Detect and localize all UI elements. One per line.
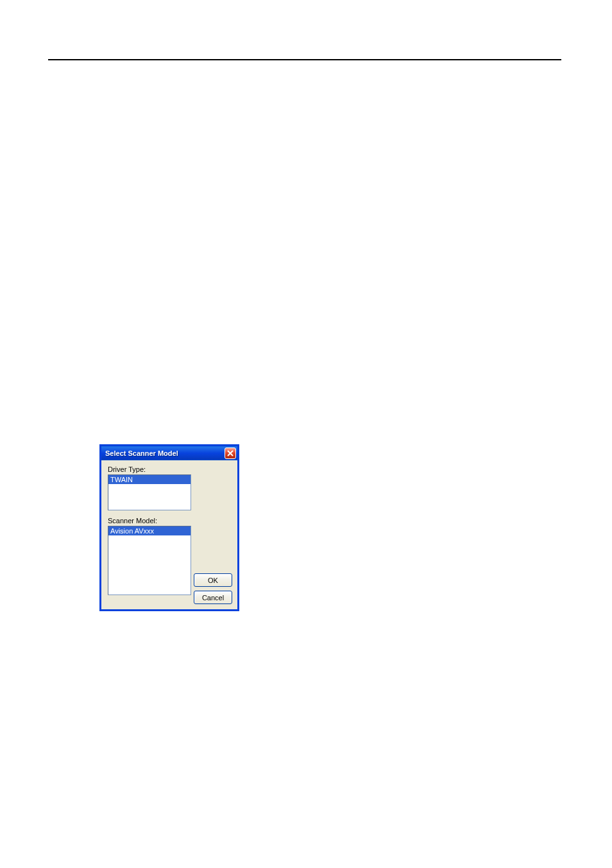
- close-icon: [227, 450, 234, 456]
- dialog-body: Driver Type: TWAIN Scanner Model: Avisio…: [101, 460, 237, 609]
- list-item[interactable]: TWAIN: [108, 475, 191, 484]
- scanner-model-label: Scanner Model:: [108, 517, 231, 525]
- driver-type-listbox[interactable]: TWAIN: [108, 474, 191, 510]
- select-scanner-dialog: Select Scanner Model Driver Type: TWAIN …: [99, 444, 239, 611]
- close-button[interactable]: [225, 447, 236, 459]
- page-divider: [48, 59, 561, 60]
- list-item[interactable]: Avision AVxxx: [108, 526, 191, 535]
- scanner-model-listbox[interactable]: Avision AVxxx: [108, 526, 191, 595]
- cancel-button[interactable]: Cancel: [194, 591, 232, 604]
- button-group: OK Cancel: [194, 573, 232, 604]
- driver-type-label: Driver Type:: [108, 465, 231, 473]
- dialog-title: Select Scanner Model: [105, 449, 178, 457]
- ok-button[interactable]: OK: [194, 573, 232, 587]
- title-bar[interactable]: Select Scanner Model: [101, 446, 237, 460]
